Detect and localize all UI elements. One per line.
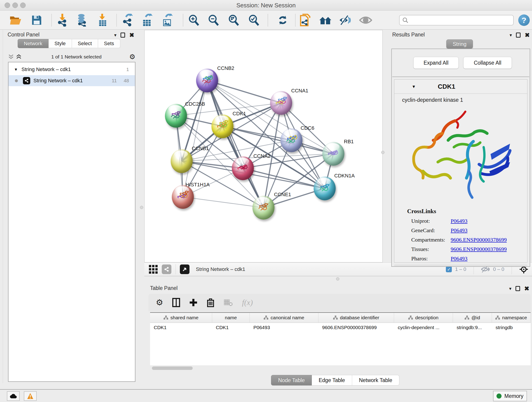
- network-collection-row[interactable]: ▼ String Network – cdk1 1: [8, 65, 135, 74]
- help-icon[interactable]: ?: [518, 14, 530, 26]
- left-splitter-handle[interactable]: [140, 206, 143, 209]
- network-node-cdc6[interactable]: [280, 128, 302, 152]
- delete-column-trash-icon[interactable]: [207, 298, 215, 307]
- right-splitter-handle[interactable]: [381, 151, 385, 154]
- expand-all-button[interactable]: Expand All: [413, 57, 459, 69]
- tab-select[interactable]: Select: [72, 39, 98, 48]
- warnings-button[interactable]: [24, 391, 37, 401]
- tab-network[interactable]: Network: [18, 39, 49, 48]
- protein-structure-image: [408, 107, 513, 204]
- export-network-icon[interactable]: [120, 13, 135, 27]
- close-panel-icon[interactable]: ✖: [129, 32, 134, 38]
- network-node-ccnb1[interactable]: [171, 149, 193, 173]
- memory-button[interactable]: Memory: [493, 391, 527, 401]
- table-cell[interactable]: cyclin-dependent ...: [394, 323, 453, 333]
- tab-network-table[interactable]: Network Table: [352, 375, 399, 385]
- save-session-icon[interactable]: [29, 13, 44, 27]
- crosslink-link[interactable]: 9606.ENSP00000378699: [451, 237, 507, 243]
- float-panel-icon[interactable]: [516, 32, 520, 38]
- share-file-icon[interactable]: [298, 13, 312, 27]
- column-header--id[interactable]: @id: [453, 313, 492, 322]
- crosslink-link[interactable]: P06493: [451, 218, 467, 224]
- panel-menu-icon[interactable]: ▾: [509, 286, 511, 291]
- table-cell[interactable]: stringdb:9...: [453, 323, 492, 333]
- crosslink-link[interactable]: P06493: [451, 255, 467, 262]
- column-header-description[interactable]: description: [394, 313, 453, 322]
- zoom-out-icon[interactable]: [206, 13, 221, 27]
- grid-view-icon[interactable]: [149, 262, 158, 276]
- table-cell[interactable]: CDK1: [150, 323, 212, 333]
- expand-all-networks-icon[interactable]: [8, 54, 14, 59]
- tab-style[interactable]: Style: [49, 39, 72, 48]
- node-details-header[interactable]: ▼ CDK1: [394, 80, 527, 94]
- network-options-gear-icon[interactable]: ⚙: [129, 53, 135, 60]
- tab-string[interactable]: String: [446, 39, 473, 49]
- panel-menu-icon[interactable]: ▾: [510, 32, 512, 38]
- float-panel-icon[interactable]: [515, 286, 520, 291]
- show-hide-graphics-icon[interactable]: [338, 13, 353, 27]
- table-cell[interactable]: 9606.ENSP00000378699: [318, 323, 394, 333]
- column-header-name[interactable]: name: [212, 313, 250, 322]
- network-view-title: String Network – cdk1: [196, 266, 245, 272]
- close-panel-icon[interactable]: ✖: [525, 32, 530, 38]
- network-node-ccnb2[interactable]: [196, 69, 218, 92]
- birds-eye-view-icon[interactable]: [180, 264, 190, 274]
- export-table-icon[interactable]: [140, 13, 154, 27]
- import-network-icon[interactable]: [55, 13, 70, 27]
- zoom-fit-icon[interactable]: [226, 13, 241, 27]
- network-share-icon[interactable]: [162, 264, 171, 274]
- home-icon[interactable]: [318, 13, 333, 27]
- network-node-hist1h1a[interactable]: [172, 185, 194, 209]
- network-node-cdc25b[interactable]: [165, 104, 187, 128]
- delete-table-icon[interactable]: [224, 299, 233, 306]
- network-node-ccna1[interactable]: [270, 91, 292, 115]
- export-image-icon[interactable]: [160, 13, 175, 27]
- open-session-icon[interactable]: [8, 13, 23, 27]
- table-cell[interactable]: CDK1: [212, 323, 250, 333]
- network-node-ccna2[interactable]: [232, 156, 254, 180]
- close-panel-icon[interactable]: ✖: [524, 286, 529, 292]
- table-horizontal-scrollbar[interactable]: [150, 365, 531, 371]
- crosslink-link[interactable]: P06493: [451, 227, 467, 234]
- tab-edge-table[interactable]: Edge Table: [312, 375, 352, 385]
- tab-sets[interactable]: Sets: [98, 39, 120, 48]
- column-header-database-identifier[interactable]: database identifier: [318, 313, 394, 322]
- zoom-selected-icon[interactable]: [247, 13, 261, 27]
- function-builder-icon[interactable]: f(x): [242, 298, 253, 307]
- results-horizontal-scrollbar[interactable]: [394, 264, 527, 266]
- network-canvas[interactable]: CCNB2CCNA1CDC25BCDK1CDC6RB1CCNB1CCNA2CDK…: [144, 30, 383, 262]
- table-options-gear-icon[interactable]: ⚙: [156, 298, 163, 307]
- cloud-button[interactable]: [7, 391, 20, 401]
- table-cell[interactable]: stringdb: [492, 323, 531, 333]
- show-columns-icon[interactable]: [172, 298, 180, 307]
- tab-node-table[interactable]: Node Table: [271, 375, 312, 385]
- search-input[interactable]: [410, 17, 513, 23]
- float-panel-icon[interactable]: [120, 32, 125, 38]
- column-header-namespace[interactable]: namespace: [492, 313, 531, 322]
- eye-icon[interactable]: [358, 13, 373, 27]
- network-node-cdk1[interactable]: [211, 114, 234, 138]
- collapse-all-networks-icon[interactable]: [16, 54, 22, 59]
- import-database-icon[interactable]: [75, 13, 89, 27]
- import-table-icon[interactable]: [95, 13, 110, 27]
- network-node-cdkn1a[interactable]: [314, 177, 336, 200]
- column-header-canonical-name[interactable]: canonical name: [250, 313, 318, 322]
- network-node-rb1[interactable]: [322, 142, 344, 166]
- table-cell[interactable]: P06493: [250, 323, 318, 333]
- table-row[interactable]: CDK1CDK1P064939606.ENSP00000378699cyclin…: [150, 323, 531, 333]
- column-header-shared-name[interactable]: shared name: [150, 313, 212, 322]
- panel-menu-icon[interactable]: ▾: [114, 32, 116, 38]
- search-box[interactable]: [399, 15, 514, 26]
- collapse-collection-icon[interactable]: ▼: [14, 68, 18, 71]
- collapse-details-icon[interactable]: ▼: [412, 85, 416, 89]
- refresh-icon[interactable]: [275, 13, 290, 27]
- network-node-ccne1[interactable]: [253, 196, 274, 220]
- warning-icon: [27, 393, 34, 400]
- scrollbar-thumb[interactable]: [152, 366, 193, 370]
- network-row-selected[interactable]: String Network – cdk1 11 48: [8, 75, 135, 86]
- collapse-all-button[interactable]: Collapse All: [463, 57, 512, 69]
- horizontal-splitter-handle[interactable]: [336, 277, 339, 281]
- crosslink-link[interactable]: 9606.ENSP00000378699: [451, 246, 507, 252]
- add-column-icon[interactable]: [189, 298, 197, 307]
- zoom-in-icon[interactable]: [186, 13, 201, 27]
